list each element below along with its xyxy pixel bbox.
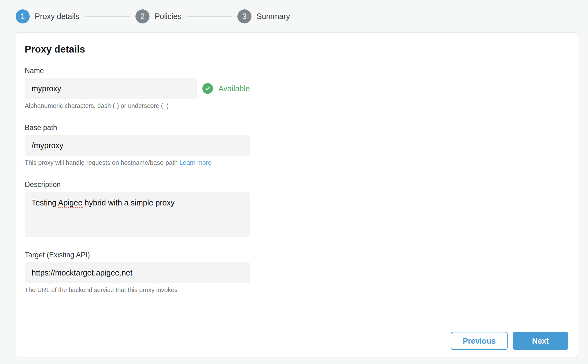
base-path-field-group: Base path This proxy will handle request… — [25, 123, 250, 167]
target-input[interactable] — [25, 262, 250, 283]
base-path-helper-text: This proxy will handle requests on hostn… — [25, 159, 250, 167]
step-connector-2 — [187, 16, 232, 17]
target-helper-text: The URL of the backend service that this… — [25, 286, 250, 294]
learn-more-link[interactable]: Learn more — [180, 159, 211, 166]
step-policies: 2 Policies — [135, 9, 181, 23]
wizard-stepper: 1 Proxy details 2 Policies 3 Summary — [0, 0, 588, 33]
description-field-group: Description Testing Apigee hybrid with a… — [25, 180, 250, 237]
target-field-group: Target (Existing API) The URL of the bac… — [25, 250, 250, 294]
previous-button[interactable]: Previous — [451, 332, 508, 350]
name-label: Name — [25, 66, 250, 75]
name-field-group: Name Available Alphanumeric characters, … — [25, 66, 250, 110]
step-connector-1 — [85, 16, 130, 17]
description-text-suffix: hybrid with a simple proxy — [83, 198, 175, 207]
base-path-input[interactable] — [25, 135, 250, 156]
step-summary: 3 Summary — [237, 9, 290, 23]
availability-status: Available — [202, 83, 250, 94]
base-path-helper-label: This proxy will handle requests on hostn… — [25, 159, 178, 166]
description-textarea[interactable]: Testing Apigee hybrid with a simple prox… — [25, 192, 250, 237]
name-helper-text: Alphanumeric characters, dash (-) or und… — [25, 102, 250, 110]
step-3-indicator: 3 — [237, 9, 251, 23]
wizard-actions: Previous Next — [451, 332, 568, 350]
step-1-indicator: 1 — [16, 9, 30, 23]
step-3-label: Summary — [256, 12, 290, 21]
description-text-prefix: Testing — [32, 198, 58, 207]
step-2-indicator: 2 — [135, 9, 150, 23]
name-input[interactable] — [25, 78, 197, 99]
availability-status-label: Available — [218, 84, 250, 93]
step-2-label: Policies — [155, 12, 181, 21]
step-proxy-details: 1 Proxy details — [16, 9, 79, 23]
step-1-label: Proxy details — [35, 12, 79, 21]
description-text-misspelled: Apigee — [58, 198, 83, 208]
base-path-label: Base path — [25, 123, 250, 132]
proxy-details-card: Proxy details Name Available Alphanumeri… — [16, 33, 578, 357]
check-circle-icon — [202, 83, 213, 94]
description-label: Description — [25, 180, 250, 189]
page-title: Proxy details — [25, 43, 568, 55]
next-button[interactable]: Next — [513, 332, 568, 350]
target-label: Target (Existing API) — [25, 250, 250, 260]
